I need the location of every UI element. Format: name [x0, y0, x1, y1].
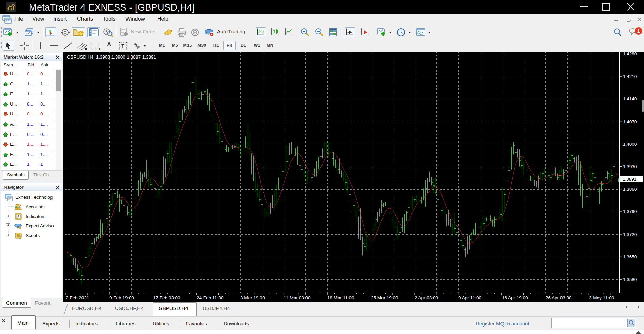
svg-text:25 Mar 19:00: 25 Mar 19:00 [371, 295, 398, 300]
svg-text:11 Mar 03:00: 11 Mar 03:00 [284, 295, 311, 300]
svg-text:1.4140: 1.4140 [623, 96, 637, 101]
svg-text:1.4070: 1.4070 [623, 119, 637, 124]
svg-text:2 Feb 2021: 2 Feb 2021 [66, 295, 89, 300]
svg-text:T: T [121, 43, 124, 49]
svg-text:2 Apr 03:00: 2 Apr 03:00 [415, 295, 438, 300]
svg-text:1.3930: 1.3930 [623, 164, 637, 169]
svg-text:1.3580: 1.3580 [623, 277, 637, 282]
svg-text:26 Apr 03:00: 26 Apr 03:00 [545, 295, 572, 300]
svg-text:9 Apr 11:00: 9 Apr 11:00 [458, 295, 481, 300]
svg-text:1.4210: 1.4210 [623, 74, 637, 79]
svg-text:16 Apr 19:00: 16 Apr 19:00 [502, 295, 528, 300]
svg-text:E: E [85, 47, 87, 50]
svg-text:17 Feb 03:00: 17 Feb 03:00 [153, 295, 180, 300]
svg-text:GBPUSD,H4 1.3900 1.3900 1.388: GBPUSD,H4 1.3900 1.3900 1.3887 1.3891 [67, 54, 156, 60]
svg-text:18 Mar 11:00: 18 Mar 11:00 [327, 295, 354, 300]
svg-text:3 May 11:00: 3 May 11:00 [589, 295, 614, 300]
svg-text:1.4000: 1.4000 [623, 142, 637, 147]
svg-text:1.4280: 1.4280 [623, 52, 637, 57]
svg-text:1.3891: 1.3891 [623, 177, 636, 182]
svg-text:9 Feb 19:00: 9 Feb 19:00 [109, 295, 134, 300]
svg-text:1: 1 [637, 28, 640, 34]
svg-text:24 Feb 11:00: 24 Feb 11:00 [197, 295, 224, 300]
svg-text:1.3650: 1.3650 [623, 254, 637, 259]
svg-text:F: F [99, 47, 101, 50]
svg-text:1.3720: 1.3720 [623, 232, 637, 237]
svg-text:3 Mar 19:00: 3 Mar 19:00 [240, 295, 265, 300]
svg-text:1.3790: 1.3790 [623, 209, 637, 214]
svg-text:1.3860: 1.3860 [623, 187, 637, 192]
